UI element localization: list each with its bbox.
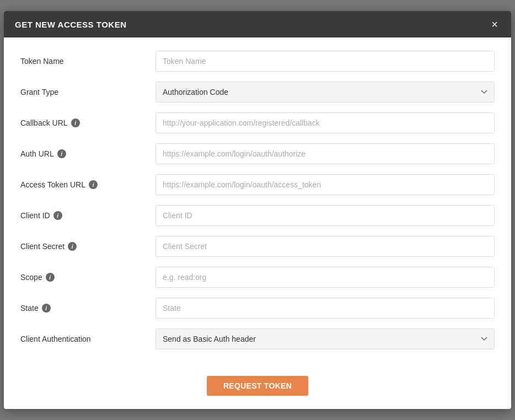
scope-input[interactable] (155, 267, 495, 288)
scope-info-icon[interactable]: i (46, 273, 55, 282)
client-secret-input[interactable] (155, 236, 495, 257)
auth-url-label: Auth URL i (20, 149, 155, 158)
callback-url-label: Callback URL i (20, 119, 155, 127)
grant-type-select[interactable]: Authorization Code Implicit Password Cre… (155, 82, 495, 103)
token-name-row: Token Name (20, 51, 495, 72)
access-token-url-label: Access Token URL i (20, 180, 155, 189)
client-secret-row: Client Secret i (20, 236, 495, 257)
modal-title: GET NEW ACCESS TOKEN (15, 20, 127, 29)
token-name-label: Token Name (20, 57, 155, 66)
grant-type-row: Grant Type Authorization Code Implicit P… (20, 82, 495, 103)
client-auth-label: Client Authentication (20, 335, 155, 343)
scope-row: Scope i (20, 267, 495, 288)
auth-url-input[interactable] (155, 143, 495, 164)
callback-url-info-icon[interactable]: i (71, 119, 80, 127)
access-token-url-input[interactable] (155, 174, 495, 195)
modal-header: GET NEW ACCESS TOKEN × (4, 11, 511, 37)
state-label: State i (20, 304, 155, 313)
modal-footer: REQUEST TOKEN (4, 370, 511, 409)
client-id-info-icon[interactable]: i (53, 211, 62, 220)
auth-url-info-icon[interactable]: i (57, 149, 66, 158)
state-row: State i (20, 298, 495, 319)
client-id-label: Client ID i (20, 211, 155, 220)
modal-close-button[interactable]: × (489, 19, 500, 30)
client-auth-row: Client Authentication Send as Basic Auth… (20, 329, 495, 349)
callback-url-row: Callback URL i (20, 112, 495, 133)
state-input[interactable] (155, 298, 495, 319)
client-auth-select[interactable]: Send as Basic Auth header Send client cr… (155, 329, 495, 349)
access-token-url-row: Access Token URL i (20, 174, 495, 195)
callback-url-input[interactable] (155, 112, 495, 133)
modal-body: Token Name Grant Type Authorization Code… (4, 37, 511, 370)
token-name-input[interactable] (155, 51, 495, 72)
grant-type-label: Grant Type (20, 88, 155, 96)
client-secret-label: Client Secret i (20, 242, 155, 251)
scope-label: Scope i (20, 273, 155, 282)
request-token-button[interactable]: REQUEST TOKEN (207, 376, 308, 396)
client-id-row: Client ID i (20, 205, 495, 226)
client-id-input[interactable] (155, 205, 495, 226)
auth-url-row: Auth URL i (20, 143, 495, 164)
get-access-token-modal: GET NEW ACCESS TOKEN × Token Name Grant … (4, 11, 511, 409)
client-secret-info-icon[interactable]: i (68, 242, 77, 251)
access-token-url-info-icon[interactable]: i (89, 180, 98, 189)
state-info-icon[interactable]: i (42, 304, 51, 313)
